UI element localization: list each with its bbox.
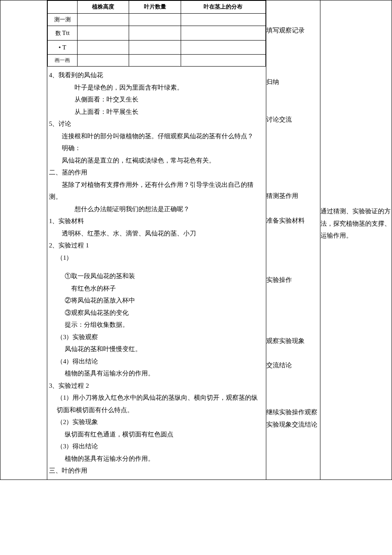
h2: 二、茎的作用 [49,166,262,179]
act-continue: 继续实验操作观察实验现象交流结论 [266,406,320,430]
obs-row-draw: 画一画 [47,55,265,67]
s5-l3: 凤仙花的茎是直立的，红褐或淡绿色，常与花色有关。 [49,154,262,167]
obs-row-measure: 测一测 [47,13,265,26]
obs-h-leafcount: 叶片数量 [129,1,181,14]
proc2-title: 3、实验过程 2 [49,380,262,392]
act-guess: 猜测茎作用 [266,190,320,202]
obs-r2-c3 [181,26,265,41]
proc1-s1: ①取一段凤仙花的茎和装 [49,270,262,282]
proc1-title: 2、实验过程 1 [49,239,262,252]
main-content-cell: 植株高度 叶片数量 叶在茎上的分布 测一测 数 Ttt • T [47,0,266,480]
obs-r4-c2 [129,55,181,67]
note-column: 通过猜测、实验验证的方法，探究植物茎的支撑、运输作用。 [320,0,392,480]
proc1-con: 植物的茎具有运输水分的作用。 [49,367,262,380]
proc1-obs: 凤仙花的茎和叶慢慢变红。 [49,343,262,355]
obs-h-blank [47,1,77,14]
obs-h-height: 植株高度 [77,1,129,14]
obs-header-row: 植株高度 叶片数量 叶在茎上的分布 [47,1,265,14]
obs-r4-c1 [77,55,129,67]
s4-l2: 从侧面看：叶交叉生长 [49,93,262,106]
left-margin-cell [0,0,47,480]
s5-l1: 连接根和叶的部分叫做植物的茎。仔细观察凤仙花的茎有什么特点？ [49,130,262,142]
act-operate: 实验操作 [266,274,320,286]
obs-r1-c1 [77,13,129,26]
obs-h-distribution: 叶在茎上的分布 [181,1,265,14]
proc1-tip: 提示：分组收集数据。 [49,319,262,331]
act-discuss: 讨论交流 [266,113,320,126]
obs-r3-c2 [129,40,181,55]
proc1-con-t: （4）得出结论 [49,355,262,368]
obs-row-count2: • T [47,40,265,55]
obs-r4-c3 [181,55,265,67]
h3: 三、叶的作用 [49,465,262,477]
proc2-l1: （1）用小刀将放入红色水中的凤仙花的茎纵向、横向切开，观察茎的纵切面和横切面有什… [49,392,262,416]
act-summarize: 归纳 [266,76,320,88]
obs-r2-c2 [129,26,181,41]
proc2-con: 植物的茎具有运输水分的作用。 [49,453,262,465]
blank-line [49,264,262,270]
proc1-s3: ③观察凤仙花茎的变化 [49,307,262,319]
act-fill-record: 填写观察记录 [266,24,320,37]
proc2-con-t: （3）得出结论 [49,440,262,453]
layout-table: 植株高度 叶片数量 叶在茎上的分布 测一测 数 Ttt • T [0,0,392,480]
obs-r1-label: 测一测 [47,13,77,26]
obs-r2-c1 [77,26,129,41]
obs-r1-c2 [129,13,181,26]
obs-row-count1: 数 Ttt [47,26,265,41]
h2-l1: 茎除了对植物有支撑作用外，还有什么作用？引导学生说出自己的猜测。 [49,179,262,203]
mat-l1: 透明杯、红墨水、水、滴管、凤仙花的茎、小刀 [49,227,262,240]
note-text: 通过猜测、实验验证的方法，探究植物茎的支撑、运输作用。 [320,205,392,242]
h2-l2: 想什么办法能证明我们的想法是正确呢？ [49,203,262,215]
act-prepare: 准备实验材料 [266,215,320,227]
s4-l1: 叶子是绿色的，因为里面含有叶绿素。 [49,81,262,94]
mat-title: 1、实验材料 [49,215,262,227]
proc1-s1b: 有红色水的杯子 [49,282,262,295]
body-text: 4、我看到的凤仙花 叶子是绿色的，因为里面含有叶绿素。 从侧面看：叶交叉生长 从… [47,67,266,479]
obs-r3-label: • T [47,40,77,55]
proc1-obs-t: （3）实验观察 [49,331,262,343]
s4-l3: 从上面看：叶平展生长 [49,106,262,118]
act-observe: 观察实验现象 [266,335,320,347]
activity-column: 填写观察记录 归纳 讨论交流 猜测茎作用 准备实验材料 实验操作 观察实验现象 … [266,0,320,480]
obs-r1-c3 [181,13,265,26]
proc1-s2: ②将凤仙花的茎放入杯中 [49,294,262,307]
s4-title: 4、我看到的凤仙花 [49,69,262,81]
obs-r3-c1 [77,40,129,55]
obs-r2-label: 数 Ttt [47,26,77,41]
act-conclude: 交流结论 [266,359,320,372]
lesson-plan-page: 植株高度 叶片数量 叶在茎上的分布 测一测 数 Ttt • T [0,0,392,480]
proc2-obs: 纵切面有红色通道，横切面有红色圆点 [49,428,262,441]
proc2-obs-t: （2）实验现象 [49,416,262,428]
s5-l2: 明确： [49,142,262,154]
s5-title: 5、讨论 [49,118,262,130]
observation-table: 植株高度 叶片数量 叶在茎上的分布 测一测 数 Ttt • T [47,0,266,67]
proc1-sub1: （1） [49,252,262,264]
obs-r3-c3 [181,40,265,55]
obs-r4-label: 画一画 [47,55,77,67]
